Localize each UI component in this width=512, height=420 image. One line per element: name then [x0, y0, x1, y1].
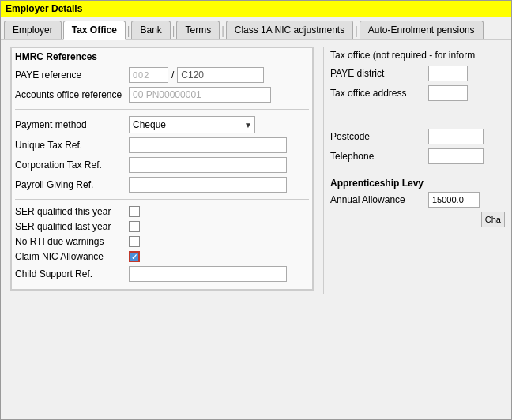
annual-allowance-row: Annual Allowance: [330, 192, 505, 208]
corporation-tax-label: Corporation Tax Ref.: [15, 159, 126, 171]
left-panel: HMRC References PAYE reference / Account…: [7, 47, 317, 294]
hmrc-section: HMRC References PAYE reference / Account…: [15, 51, 309, 103]
payment-method-dropdown[interactable]: Cheque BACS Cash ▼: [129, 116, 255, 133]
postcode-label: Postcode: [330, 131, 425, 142]
paye-ref-input1[interactable]: [129, 67, 168, 83]
accounts-office-input[interactable]: [129, 87, 271, 103]
right-separator: [330, 171, 505, 171]
tab-employer[interactable]: Employer: [4, 21, 62, 39]
corporation-tax-row: Corporation Tax Ref.: [15, 157, 309, 173]
ser-this-year-checkbox-wrapper: [129, 206, 140, 217]
ser-last-year-checkbox-wrapper: [129, 221, 140, 232]
payroll-giving-input[interactable]: [129, 177, 287, 193]
corporation-tax-input[interactable]: [129, 157, 287, 173]
tax-office-address-label: Tax office address: [330, 88, 425, 99]
paye-district-input[interactable]: [428, 66, 468, 81]
right-panel: Tax office (not required - for inform PA…: [323, 47, 505, 294]
claim-nic-row: Claim NIC Allowance: [15, 251, 309, 262]
child-support-label: Child Support Ref.: [15, 268, 126, 279]
no-rti-checkbox-wrapper: [129, 236, 140, 247]
payroll-giving-label: Payroll Giving Ref.: [15, 179, 126, 190]
payment-method-select[interactable]: Cheque BACS Cash: [129, 116, 255, 133]
tab-tax-office[interactable]: Tax Office: [63, 21, 126, 40]
ser-last-year-label: SER qualified last year: [15, 221, 126, 232]
title-bar: Employer Details: [1, 1, 511, 17]
window-title: Employer Details: [6, 3, 82, 14]
payment-method-row: Payment method Cheque BACS Cash ▼: [15, 116, 309, 133]
annual-allowance-input[interactable]: [428, 192, 480, 208]
unique-tax-row: Unique Tax Ref.: [15, 137, 309, 153]
ser-last-year-row: SER qualified last year: [15, 221, 309, 232]
ser-last-year-checkbox[interactable]: [129, 221, 140, 232]
telephone-input[interactable]: [428, 148, 484, 164]
unique-tax-input[interactable]: [129, 137, 287, 153]
tab-separator-2: |: [172, 24, 175, 39]
tab-terms[interactable]: Terms: [176, 21, 220, 39]
tabs-bar: Employer Tax Office | Bank | Terms | Cla…: [1, 17, 511, 40]
paye-district-label: PAYE district: [330, 68, 425, 79]
separator-1: [15, 109, 309, 110]
tab-separator-4: |: [355, 24, 358, 39]
postcode-input[interactable]: [428, 129, 484, 144]
accounts-office-row: Accounts office reference: [15, 87, 309, 103]
no-rti-row: No RTI due warnings: [15, 236, 309, 247]
tax-office-address-row: Tax office address: [330, 85, 505, 101]
tab-auto-enrolment[interactable]: Auto-Enrolment pensions: [360, 21, 484, 39]
claim-nic-label: Claim NIC Allowance: [15, 251, 126, 262]
tax-office-section: Tax office (not required - for inform PA…: [330, 50, 505, 227]
paye-ref-row: PAYE reference /: [15, 67, 309, 83]
telephone-row: Telephone: [330, 148, 505, 164]
payroll-giving-row: Payroll Giving Ref.: [15, 177, 309, 193]
paye-district-row: PAYE district: [330, 66, 505, 81]
ser-this-year-label: SER qualified this year: [15, 206, 126, 217]
child-support-row: Child Support Ref.: [15, 266, 309, 282]
tax-office-section-title: Tax office (not required - for inform: [330, 50, 505, 61]
left-content-wrapper: HMRC References PAYE reference / Account…: [10, 47, 314, 291]
postcode-row: Postcode: [330, 129, 505, 144]
tab-bank[interactable]: Bank: [131, 21, 170, 39]
separator-2: [15, 199, 309, 200]
no-rti-label: No RTI due warnings: [15, 236, 126, 247]
ser-this-year-row: SER qualified this year: [15, 206, 309, 217]
tab-class1a[interactable]: Class 1A NIC adjustments: [226, 21, 353, 39]
child-support-input[interactable]: [129, 266, 287, 282]
tab-separator-3: |: [221, 24, 224, 39]
main-window: Employer Details Employer Tax Office | B…: [0, 0, 512, 420]
change-button[interactable]: Cha: [481, 212, 505, 227]
paye-ref-label: PAYE reference: [15, 69, 126, 81]
tab-separator-1: |: [127, 24, 130, 39]
tax-office-address-input[interactable]: [428, 85, 468, 101]
paye-ref-input2[interactable]: [177, 67, 264, 83]
paye-slash: /: [171, 69, 174, 81]
accounts-office-label: Accounts office reference: [15, 89, 126, 100]
apprenticeship-levy-title: Apprenticeship Levy: [330, 178, 505, 189]
content-area: HMRC References PAYE reference / Account…: [1, 40, 511, 300]
payment-method-label: Payment method: [15, 119, 126, 130]
claim-nic-checkbox[interactable]: [129, 251, 140, 262]
hmrc-section-title: HMRC References: [15, 51, 309, 62]
annual-allowance-label: Annual Allowance: [330, 194, 425, 205]
paye-ref-inputs: /: [129, 67, 264, 83]
telephone-label: Telephone: [330, 151, 425, 162]
claim-nic-checkbox-wrapper: [129, 251, 140, 262]
no-rti-checkbox[interactable]: [129, 236, 140, 247]
unique-tax-label: Unique Tax Ref.: [15, 140, 126, 151]
ser-this-year-checkbox[interactable]: [129, 206, 140, 217]
